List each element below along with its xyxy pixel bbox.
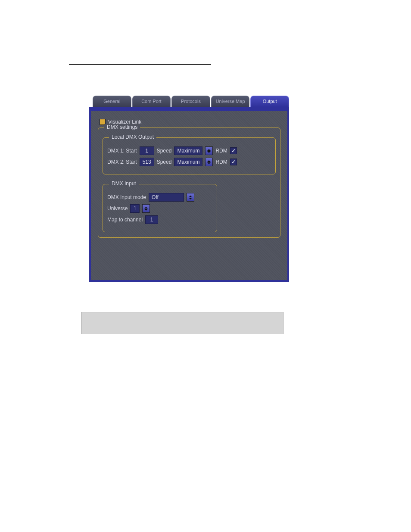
gray-placeholder-box xyxy=(81,312,283,334)
universe-row: Universe 1 xyxy=(107,204,212,213)
dmx2-speed-spinner[interactable] xyxy=(205,158,213,166)
map-to-channel-input[interactable]: 1 xyxy=(145,215,158,224)
map-to-channel-label: Map to channel xyxy=(107,217,143,223)
dmx2-speed-select[interactable]: Maximum xyxy=(174,158,202,166)
horizontal-rule xyxy=(69,64,211,65)
tab-row: General Com Port Protocols Universe Map … xyxy=(89,96,289,107)
dmx2-rdm-label: RDM xyxy=(215,159,227,165)
dmx-input-legend: DMX Input xyxy=(109,180,139,187)
tab-general[interactable]: General xyxy=(93,96,131,107)
dmx-input-mode-label: DMX Input mode xyxy=(107,194,146,200)
dmx1-rdm-checkbox[interactable]: ✓ xyxy=(230,147,237,154)
dmx1-start-label: DMX 1: Start xyxy=(107,148,137,154)
chevron-down-icon xyxy=(207,162,211,164)
output-panel: General Com Port Protocols Universe Map … xyxy=(89,96,289,282)
dmx-input-fieldset: DMX Input DMX Input mode Off Universe 1 xyxy=(103,184,217,232)
dmx1-rdm-label: RDM xyxy=(215,148,227,154)
dmx-input-mode-select[interactable]: Off xyxy=(149,193,184,202)
chevron-up-icon xyxy=(207,149,211,151)
tab-output[interactable]: Output xyxy=(250,96,289,107)
dmx-settings-legend: DMX settings xyxy=(104,124,140,130)
local-dmx-output-fieldset: Local DMX Output DMX 1: Start 1 Speed Ma… xyxy=(103,137,276,174)
universe-spinner[interactable] xyxy=(142,204,150,213)
tab-comport[interactable]: Com Port xyxy=(132,96,171,107)
universe-input[interactable]: 1 xyxy=(130,204,140,213)
chevron-up-icon xyxy=(207,160,211,162)
dmx2-rdm-checkbox[interactable]: ✓ xyxy=(230,159,237,165)
dmx-input-mode-spinner[interactable] xyxy=(187,193,194,202)
dmx1-speed-spinner[interactable] xyxy=(205,146,213,155)
local-dmx-output-legend: Local DMX Output xyxy=(109,134,156,140)
tab-universemap[interactable]: Universe Map xyxy=(211,96,250,107)
dmx2-start-label: DMX 2: Start xyxy=(107,159,137,165)
chevron-down-icon xyxy=(144,209,148,211)
dmx1-speed-select[interactable]: Maximum xyxy=(174,146,202,155)
dmx2-speed-label: Speed xyxy=(157,159,172,165)
dmx-input-mode-row: DMX Input mode Off xyxy=(107,193,212,202)
dmx2-row: DMX 2: Start 513 Speed Maximum RDM ✓ xyxy=(107,158,271,166)
chevron-up-icon xyxy=(189,196,192,197)
dmx1-row: DMX 1: Start 1 Speed Maximum RDM ✓ xyxy=(107,146,271,155)
universe-label: Universe xyxy=(107,205,128,212)
dmx1-speed-label: Speed xyxy=(157,148,172,154)
chevron-down-icon xyxy=(189,198,192,199)
tab-protocols[interactable]: Protocols xyxy=(171,96,210,107)
map-to-channel-row: Map to channel 1 xyxy=(107,215,212,224)
dmx1-start-input[interactable]: 1 xyxy=(140,146,154,155)
dmx-settings-fieldset: DMX settings Local DMX Output DMX 1: Sta… xyxy=(98,128,280,238)
dmx2-start-input[interactable]: 513 xyxy=(140,158,154,166)
chevron-down-icon xyxy=(207,151,211,153)
chevron-up-icon xyxy=(144,207,148,208)
panel-body: Visualizer Link DMX settings Local DMX O… xyxy=(89,107,289,282)
